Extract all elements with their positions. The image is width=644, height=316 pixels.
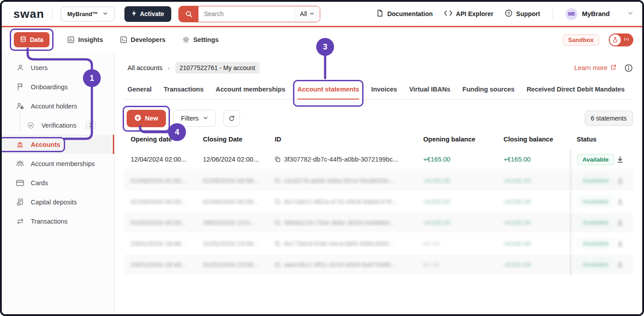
cell-opening-date: 23/01/2024 18:48...	[131, 261, 186, 268]
signal-icon	[623, 36, 630, 44]
filters-button[interactable]: Filters	[173, 110, 216, 127]
activate-button[interactable]: Activate	[124, 6, 171, 22]
tab-account-memberships[interactable]: Account memberships	[215, 86, 285, 99]
sidebar-item-accounts[interactable]: Accounts	[2, 135, 114, 154]
learn-more-label: Learn more	[574, 64, 607, 71]
table-row[interactable]: 23/01/2024 18:48... 31/01/2024 23:59... …	[124, 233, 633, 254]
divider	[553, 8, 553, 20]
statements-toolbar: New Filters 6 statements	[124, 107, 633, 130]
chevron-right-icon: ›	[168, 65, 169, 71]
sidebar-item-account-holders[interactable]: Account holders	[2, 96, 114, 116]
info-icon[interactable]	[624, 64, 633, 72]
account-holder-icon	[16, 102, 24, 110]
cell-id: 3f307782-db7c-44f5-a0bb-3072199bc...	[284, 156, 398, 163]
terminal-icon	[120, 36, 127, 43]
support-link[interactable]: ? Support	[505, 9, 540, 18]
tab-general[interactable]: General	[128, 86, 152, 99]
nav-item-data[interactable]: Data	[14, 32, 50, 47]
sidebar-item-verifications[interactable]: Verifications 3	[2, 116, 114, 135]
nav-settings-label: Settings	[193, 36, 219, 43]
download-icon[interactable]	[616, 261, 624, 268]
account-menu[interactable]: MB MyBrand	[566, 8, 633, 20]
tab-account-statements-label: Account statements	[297, 86, 359, 93]
nav-insights-label: Insights	[78, 36, 103, 43]
user-icon	[16, 64, 24, 71]
copy-icon[interactable]	[275, 156, 281, 162]
sidebar-item-transactions[interactable]: Transactions	[2, 212, 114, 231]
download-icon[interactable]	[616, 198, 624, 205]
search-scope-select[interactable]: All	[294, 6, 320, 22]
cell-closing-balance: +€165.00	[504, 219, 531, 226]
verified-badge-icon	[27, 122, 35, 129]
tab-account-statements[interactable]: Account statements	[297, 86, 359, 99]
tab-transactions[interactable]: Transactions	[164, 86, 203, 99]
question-circle-icon: ?	[505, 9, 512, 18]
table-row[interactable]: 01/04/2024 01:00... 01/05/2024 00:59... …	[124, 170, 633, 191]
cell-closing-balance: +€165.00	[504, 156, 531, 163]
cell-id: 8a7c9a7c-882a-473c-b5c8-8ab9c478...	[284, 198, 397, 205]
sidebar-verifications-label: Verifications	[41, 122, 76, 129]
chevron-down-icon	[203, 115, 208, 122]
verifications-count-badge: 3	[86, 121, 96, 129]
cell-id: aaec0b11-9f01-4243-a504-6a979395...	[284, 261, 396, 268]
table-row[interactable]: 01/03/2024 00:00... 01/04/2024 00:59... …	[124, 191, 633, 212]
sidebar-item-capital-deposits[interactable]: Capital deposits	[2, 192, 114, 212]
cell-opening-date: 01/03/2024 00:00...	[131, 198, 186, 205]
breadcrumb-current-account: 21077522761 - My account	[175, 62, 260, 74]
sidebar-item-onboardings[interactable]: Onboardings	[2, 77, 114, 96]
cell-opening-balance: +€165.00	[423, 198, 450, 205]
brand-selector-label: MyBrand™	[67, 11, 98, 17]
download-icon[interactable]	[616, 156, 624, 163]
table-row[interactable]: 01/02/2024 00:00... 29/02/2024 23:5... 9…	[124, 212, 633, 233]
download-icon[interactable]	[616, 177, 624, 184]
nav-item-developers[interactable]: Developers	[120, 36, 165, 43]
refresh-button[interactable]	[223, 110, 240, 127]
tab-virtual-ibans[interactable]: Virtual IBANs	[409, 86, 450, 99]
cell-opening-balance: +€165.00	[423, 156, 450, 163]
documentation-link[interactable]: Documentation	[376, 9, 433, 18]
top-bar: swan MyBrand™ Activate All Documentation	[2, 2, 642, 26]
flask-icon	[610, 34, 621, 46]
breadcrumb-all-accounts[interactable]: All accounts	[128, 64, 162, 71]
sidebar-users-label: Users	[31, 64, 48, 71]
nav-item-settings[interactable]: Settings	[182, 36, 219, 43]
tab-received-direct-debit-mandates[interactable]: Received Direct Debit Mandates	[527, 86, 625, 99]
api-explorer-label: API Explorer	[456, 10, 493, 17]
documentation-label: Documentation	[387, 10, 433, 17]
download-icon[interactable]	[616, 219, 624, 226]
tab-funding-sources[interactable]: Funding sources	[462, 86, 515, 99]
annotation-box-account-statements	[293, 80, 364, 107]
transfer-arrows-icon	[16, 218, 24, 225]
bank-icon	[16, 141, 24, 148]
learn-more-link[interactable]: Learn more	[574, 64, 616, 71]
copy-icon	[275, 199, 281, 205]
download-icon[interactable]	[616, 240, 624, 247]
sidebar: Users Onboardings Account holders Verifi…	[2, 52, 115, 314]
refresh-icon	[228, 115, 235, 122]
statements-table: Opening date Closing Date ID Opening bal…	[124, 133, 633, 274]
flag-icon	[16, 83, 24, 91]
header-closing-balance: Closing balance	[496, 136, 570, 143]
cell-opening-date: 12/04/2024 02:00...	[131, 156, 186, 163]
cell-opening-date: 01/02/2024 00:00...	[131, 219, 186, 226]
new-statement-button[interactable]: New	[127, 110, 166, 127]
sidebar-item-account-memberships[interactable]: Account memberships	[2, 154, 114, 173]
top-right-group: Documentation API Explorer ? Support MB …	[376, 8, 633, 20]
sidebar-item-cards[interactable]: Cards	[2, 173, 114, 192]
cell-opening-balance: €0.00	[423, 240, 439, 247]
api-explorer-link[interactable]: API Explorer	[444, 10, 493, 17]
sidebar-item-users[interactable]: Users	[2, 58, 114, 77]
table-header-row: Opening date Closing Date ID Opening bal…	[124, 133, 633, 146]
active-tab-underline	[297, 99, 359, 100]
filters-label: Filters	[181, 115, 198, 122]
account-name: MyBrand	[582, 10, 610, 17]
table-row[interactable]: 23/01/2024 18:48... 31/01/2024 23:59... …	[124, 254, 633, 274]
table-row[interactable]: 12/04/2024 02:00... 12/06/2024 02:00... …	[124, 150, 633, 170]
search-icon	[179, 6, 198, 22]
brand-selector[interactable]: MyBrand™	[61, 7, 115, 21]
plus-circle-icon	[134, 114, 141, 123]
sandbox-toggle[interactable]	[609, 33, 633, 46]
tab-invoices[interactable]: Invoices	[371, 86, 397, 99]
nav-item-insights[interactable]: Insights	[67, 36, 103, 43]
search-input[interactable]	[198, 6, 294, 22]
